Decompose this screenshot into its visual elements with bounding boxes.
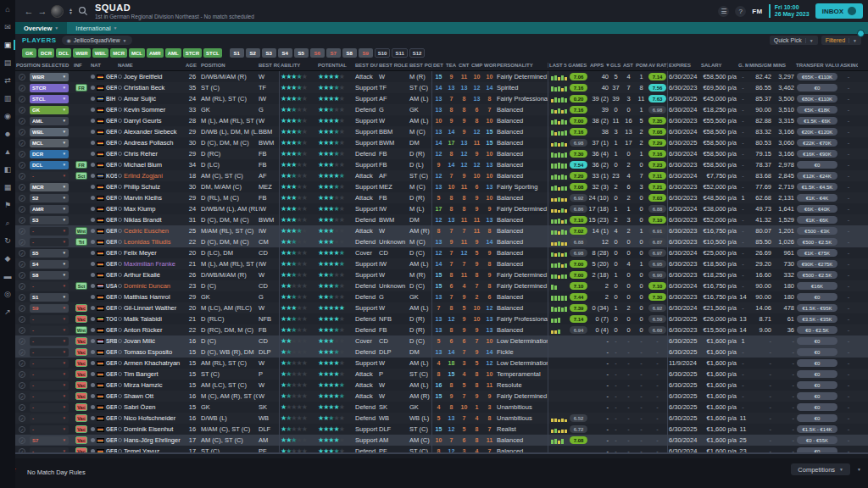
row-select-checkbox[interactable]: ✓ xyxy=(15,71,29,82)
player-row[interactable]: ✓-▼SctKOSErlind Zogjani18AM (C), ST (C)A… xyxy=(15,170,868,181)
competitions-dropdown[interactable]: Competitions▼ xyxy=(791,463,850,475)
player-name[interactable]: Sabri Özen xyxy=(117,402,185,413)
column-header-position[interactable]: POSITION xyxy=(200,63,258,68)
position-chip-mcl[interactable]: MCL xyxy=(129,48,145,58)
position-selected-chip[interactable]: S2▼ xyxy=(29,192,73,203)
player-row[interactable]: ✓-▼VacGERDominik Eisenhut16M/AM (C), ST … xyxy=(15,424,868,435)
row-select-checkbox[interactable]: ✓ xyxy=(15,402,29,413)
player-name[interactable]: Tim Bangert xyxy=(117,369,185,380)
column-header-ability[interactable]: ABILITY xyxy=(280,63,317,68)
training-icon[interactable]: ▲ xyxy=(2,146,14,158)
column-header-personality[interactable]: PERSONALITY xyxy=(496,63,548,68)
sub-chip-s8[interactable]: S8 xyxy=(342,48,357,58)
player-name[interactable]: Nico Hofschneider xyxy=(117,413,185,424)
player-row[interactable]: ✓S7▼VacGERHans-Jörg Ehrlinger17AM (C), S… xyxy=(15,435,868,446)
player-name[interactable]: Marvin Kleihs xyxy=(117,192,185,203)
column-header-position-selected[interactable]: POSITION SELECTED xyxy=(15,63,73,68)
player-row[interactable]: ✓S9▼VacGERGil-Linnart Walther20M (LC), A… xyxy=(15,302,868,313)
player-row[interactable]: ✓-▼VacGERTomaso Esposito15D (C), WB (R),… xyxy=(15,347,868,358)
column-header-g-mis[interactable]: G. MIS xyxy=(737,63,748,68)
row-select-checkbox[interactable]: ✓ xyxy=(15,104,29,115)
filtered-button[interactable]: Filtered▼ xyxy=(821,36,861,45)
player-row[interactable]: ✓-▼SctUSADominic Duncan23D (C)CD★★★★★★★★… xyxy=(15,280,868,291)
position-selected-chip[interactable]: AMR▼ xyxy=(29,203,73,214)
row-select-checkbox[interactable]: ✓ xyxy=(15,369,29,380)
player-row[interactable]: ✓MCR▼GERPhilip Schulz30DM, M/AM (C)MEZ★★… xyxy=(15,181,868,192)
player-row[interactable]: ✓STCR▼FRGERChristian Beck35ST (C)TF★★★★★… xyxy=(15,82,868,93)
column-header-best-pos[interactable]: BEST POS xyxy=(409,63,432,68)
position-selected-chip[interactable]: AML▼ xyxy=(29,115,73,126)
position-selected-chip[interactable]: S4▼ xyxy=(29,258,73,269)
position-chip-mcr[interactable]: MCR xyxy=(110,48,127,58)
row-select-checkbox[interactable]: ✓ xyxy=(15,181,29,192)
position-selected-chip[interactable]: -▼ xyxy=(29,313,73,324)
player-row[interactable]: ✓S3▼GERNiklas Brandt31D (C), DM, M (C)BW… xyxy=(15,214,868,225)
player-name[interactable]: Jovan Milić xyxy=(117,336,185,347)
row-select-checkbox[interactable]: ✓ xyxy=(15,192,29,203)
player-row[interactable]: ✓S5▼GERFelix Meyer20D (LC), DMCD★★★★★★★★… xyxy=(15,247,868,258)
player-name[interactable]: Niklas Brandt xyxy=(117,214,185,225)
row-select-checkbox[interactable]: ✓ xyxy=(15,203,29,214)
player-name[interactable]: Amar Suljić xyxy=(117,93,185,104)
position-selected-chip[interactable]: -▼ xyxy=(29,358,73,369)
sub-chip-s6[interactable]: S6 xyxy=(310,48,325,58)
column-header-salary[interactable]: SALARY xyxy=(700,63,737,68)
player-name[interactable]: Andreas Pollasch xyxy=(117,137,185,148)
player-row[interactable]: ✓S8▼GERArthur Ekallé26D/WB/M/AM (R)W★★★★… xyxy=(15,269,868,280)
row-select-checkbox[interactable]: ✓ xyxy=(15,148,29,159)
player-row[interactable]: ✓STCL▼BIHAmar Suljić24AM (RL), ST (C)IW★… xyxy=(15,93,868,104)
footer-chevron-icon[interactable]: ▼ xyxy=(857,467,861,472)
column-header-mins[interactable]: MINS xyxy=(772,63,795,68)
column-header-transfer-value[interactable]: TRANSFER VALUE xyxy=(795,63,839,68)
position-chip-gk[interactable]: GK xyxy=(22,48,36,58)
player-row[interactable]: ✓S2▼GERMarvin Kleihs29D (RL), M (C)FB★★★… xyxy=(15,192,868,203)
column-header-ast[interactable]: AST xyxy=(622,63,635,68)
row-select-checkbox[interactable]: ✓ xyxy=(15,313,29,324)
position-chip-aml[interactable]: AML xyxy=(165,48,181,58)
row-select-checkbox[interactable]: ✓ xyxy=(15,280,29,291)
column-header-best-role[interactable]: BEST ROLE xyxy=(258,63,280,68)
position-chip-dcl[interactable]: DCL xyxy=(56,48,71,58)
player-name[interactable]: Kevin Sommer xyxy=(117,104,185,115)
player-row[interactable]: ✓-▼VacGERArmen Khachatryan15AM (RL), ST … xyxy=(15,358,868,369)
player-name[interactable]: Malik Talabidi xyxy=(117,313,185,324)
tactics-icon[interactable]: ▤ xyxy=(2,57,14,69)
scouting-icon[interactable]: ⌕ xyxy=(2,217,14,229)
player-name[interactable]: Dominik Eisenhut xyxy=(117,424,185,435)
player-name[interactable]: Michael Blum xyxy=(117,159,185,170)
competitions-icon[interactable]: ⚑ xyxy=(2,199,14,211)
player-row[interactable]: ✓-▼VacGERNico Hofschneider16D/WB (L)WB★★… xyxy=(15,413,868,424)
row-select-checkbox[interactable]: ✓ xyxy=(15,258,29,269)
column-header-age[interactable]: AGE xyxy=(185,63,200,68)
column-header-potential[interactable]: POTENTIAL xyxy=(317,63,354,68)
column-header-best-role[interactable]: BEST ROLE xyxy=(378,63,409,68)
table-header[interactable]: POSITION SELECTEDINFNATNAMEAGEPOSITIONBE… xyxy=(15,59,868,71)
spinner-arrows[interactable]: ▲▼ xyxy=(69,8,73,14)
position-selected-chip[interactable]: MCR▼ xyxy=(29,181,73,192)
sub-chip-s11[interactable]: S11 xyxy=(392,48,407,58)
row-select-checkbox[interactable]: ✓ xyxy=(15,269,29,280)
player-name[interactable]: Felix Meyer xyxy=(117,247,185,258)
tab-international[interactable]: International▼ xyxy=(67,22,125,34)
position-selected-chip[interactable]: S9▼ xyxy=(29,302,73,313)
player-name[interactable]: Chris Reher xyxy=(117,148,185,159)
search-icon[interactable] xyxy=(78,6,88,16)
player-row[interactable]: ✓GK▼GERKevin Sommer33GKG★★★★★★★★★★Defend… xyxy=(15,104,868,115)
player-name[interactable]: Matthias Hamrol xyxy=(117,291,185,302)
player-name[interactable]: Christian Beck xyxy=(117,82,185,93)
row-select-checkbox[interactable]: ✓ xyxy=(15,435,29,446)
player-row[interactable]: ✓AML▼GERDarryl Geurts28M (L), AM (RL), S… xyxy=(15,115,868,126)
player-row[interactable]: ✓-▼VacGERShawn Ott16M (C), AM (R), ST (C… xyxy=(15,391,868,402)
row-select-checkbox[interactable]: ✓ xyxy=(15,424,29,435)
player-name[interactable]: Temel Yavuz xyxy=(117,446,185,452)
player-name[interactable]: Mirza Hamzic xyxy=(117,380,185,391)
position-selected-chip[interactable]: GK▼ xyxy=(29,104,73,115)
row-select-checkbox[interactable]: ✓ xyxy=(15,291,29,302)
row-select-checkbox[interactable]: ✓ xyxy=(15,170,29,181)
row-select-checkbox[interactable]: ✓ xyxy=(15,82,29,93)
row-select-checkbox[interactable]: ✓ xyxy=(15,159,29,170)
position-selected-chip[interactable]: S7▼ xyxy=(29,435,73,446)
row-select-checkbox[interactable]: ✓ xyxy=(15,336,29,347)
player-row[interactable]: ✓-▼VacGERMirza Hamzic15AM (LC), ST (C)W★… xyxy=(15,380,868,391)
home-icon[interactable]: ⌂ xyxy=(2,3,14,15)
